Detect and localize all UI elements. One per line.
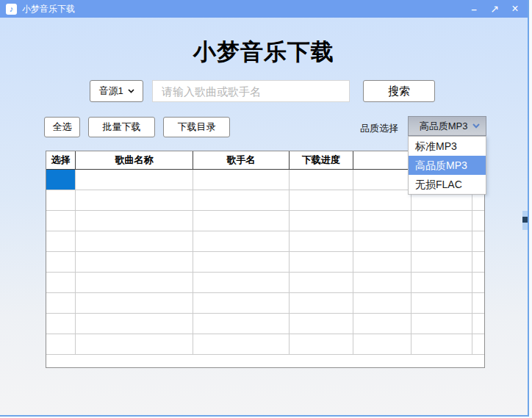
column-header-download-progress[interactable]: 下载进度 bbox=[290, 151, 353, 169]
window-title: 小梦音乐下载 bbox=[22, 3, 75, 15]
table-cell[interactable] bbox=[411, 293, 472, 313]
search-input[interactable] bbox=[152, 80, 350, 102]
table-cell[interactable] bbox=[290, 334, 353, 354]
table-row bbox=[46, 273, 484, 293]
quality-combobox[interactable]: 高品质MP3 bbox=[408, 116, 486, 136]
source-select-value: 音源1 bbox=[98, 84, 123, 98]
table-cell[interactable] bbox=[353, 190, 412, 210]
table-row bbox=[46, 334, 484, 355]
column-header-artist-name[interactable]: 歌手名 bbox=[193, 151, 290, 169]
table-cell[interactable] bbox=[290, 293, 353, 313]
table-cell[interactable] bbox=[411, 211, 472, 231]
table-cell[interactable] bbox=[193, 231, 290, 251]
table-cell[interactable] bbox=[76, 252, 193, 272]
column-header-song-name[interactable]: 歌曲名称 bbox=[76, 151, 193, 169]
table-cell[interactable] bbox=[76, 334, 193, 354]
table-cell[interactable] bbox=[193, 252, 290, 272]
close-button[interactable]: × bbox=[508, 2, 522, 15]
download-directory-button[interactable]: 下载目录 bbox=[163, 117, 230, 137]
selected-cell[interactable] bbox=[46, 170, 76, 190]
app-music-note-icon: ♪ bbox=[6, 4, 17, 15]
quality-combobox-value: 高品质MP3 bbox=[414, 120, 472, 133]
table-cell[interactable] bbox=[193, 273, 290, 292]
table-cell[interactable] bbox=[472, 293, 484, 313]
table-cell[interactable] bbox=[193, 293, 290, 313]
table-row bbox=[46, 314, 484, 334]
table-cell[interactable] bbox=[353, 293, 412, 313]
table-body bbox=[46, 170, 484, 355]
table-cell[interactable] bbox=[193, 190, 290, 210]
app-window: ♪ 小梦音乐下载 – ↗ × 小梦音乐下载 音源1 搜索 全选 批量下载 下载目… bbox=[0, 0, 529, 417]
chevron-down-icon bbox=[128, 89, 134, 93]
table-cell[interactable] bbox=[353, 314, 412, 334]
table-cell[interactable] bbox=[353, 252, 412, 272]
titlebar: ♪ 小梦音乐下载 – ↗ × bbox=[0, 0, 528, 18]
batch-download-button[interactable]: 批量下载 bbox=[88, 117, 155, 137]
table-cell[interactable] bbox=[411, 231, 472, 251]
table-cell[interactable] bbox=[46, 190, 76, 210]
table-cell[interactable] bbox=[353, 334, 412, 354]
table-cell[interactable] bbox=[411, 252, 472, 272]
content-area: 小梦音乐下载 音源1 搜索 全选 批量下载 下载目录 品质选择 高品质MP3 标… bbox=[0, 18, 528, 415]
table-cell[interactable] bbox=[290, 170, 353, 190]
table-cell[interactable] bbox=[76, 273, 193, 292]
table-cell[interactable] bbox=[46, 252, 76, 272]
minimize-button[interactable]: – bbox=[467, 2, 481, 15]
table-cell[interactable] bbox=[76, 314, 193, 334]
page-title: 小梦音乐下载 bbox=[0, 37, 528, 68]
table-row bbox=[46, 211, 484, 231]
table-cell[interactable] bbox=[46, 211, 76, 231]
table-cell[interactable] bbox=[411, 273, 472, 292]
table-cell[interactable] bbox=[290, 273, 353, 292]
quality-select-label: 品质选择 bbox=[360, 122, 398, 135]
table-cell[interactable] bbox=[472, 273, 484, 292]
table-cell[interactable] bbox=[46, 334, 76, 354]
window-controls: – ↗ × bbox=[467, 2, 522, 15]
table-cell[interactable] bbox=[472, 314, 484, 334]
table-cell[interactable] bbox=[290, 231, 353, 251]
table-cell[interactable] bbox=[193, 211, 290, 231]
music-note-glyph: ♪ bbox=[10, 5, 14, 13]
table-cell[interactable] bbox=[411, 334, 472, 354]
table-cell[interactable] bbox=[193, 334, 290, 354]
column-header-select[interactable]: 选择 bbox=[46, 151, 76, 169]
table-cell[interactable] bbox=[76, 211, 193, 231]
table-cell[interactable] bbox=[472, 252, 484, 272]
table-cell[interactable] bbox=[46, 293, 76, 313]
table-cell[interactable] bbox=[290, 190, 353, 210]
table-cell[interactable] bbox=[76, 293, 193, 313]
table-cell[interactable] bbox=[76, 170, 193, 190]
scrollbar-thumb[interactable] bbox=[522, 217, 528, 223]
table-cell[interactable] bbox=[76, 190, 193, 210]
table-cell[interactable] bbox=[353, 211, 412, 231]
select-all-button[interactable]: 全选 bbox=[44, 117, 80, 137]
table-cell[interactable] bbox=[46, 273, 76, 292]
table-cell[interactable] bbox=[76, 231, 193, 251]
table-cell[interactable] bbox=[472, 334, 484, 354]
quality-dropdown: 标准MP3高品质MP3无损FLAC bbox=[408, 136, 486, 195]
window-edge-scrollbar[interactable] bbox=[522, 211, 528, 230]
table-cell[interactable] bbox=[472, 211, 484, 231]
table-cell[interactable] bbox=[353, 231, 412, 251]
chevron-down-icon bbox=[472, 123, 480, 129]
table-row bbox=[46, 252, 484, 273]
table-cell[interactable] bbox=[472, 231, 484, 251]
maximize-button[interactable]: ↗ bbox=[488, 2, 501, 15]
table-cell[interactable] bbox=[353, 170, 412, 190]
table-cell[interactable] bbox=[193, 314, 290, 334]
quality-option-3[interactable]: 无损FLAC bbox=[409, 175, 486, 194]
source-select[interactable]: 音源1 bbox=[90, 80, 143, 102]
table-cell[interactable] bbox=[290, 211, 353, 231]
column-header-extra-1[interactable] bbox=[353, 151, 412, 169]
quality-option-1[interactable]: 标准MP3 bbox=[409, 137, 486, 156]
table-cell[interactable] bbox=[411, 314, 472, 334]
table-cell[interactable] bbox=[290, 314, 353, 334]
quality-option-2[interactable]: 高品质MP3 bbox=[409, 156, 486, 175]
table-cell[interactable] bbox=[193, 170, 290, 190]
table-cell[interactable] bbox=[46, 314, 76, 334]
table-cell[interactable] bbox=[46, 231, 76, 251]
search-button[interactable]: 搜索 bbox=[363, 80, 435, 102]
table-cell[interactable] bbox=[290, 252, 353, 272]
table-row bbox=[46, 293, 484, 314]
table-cell[interactable] bbox=[353, 273, 412, 292]
